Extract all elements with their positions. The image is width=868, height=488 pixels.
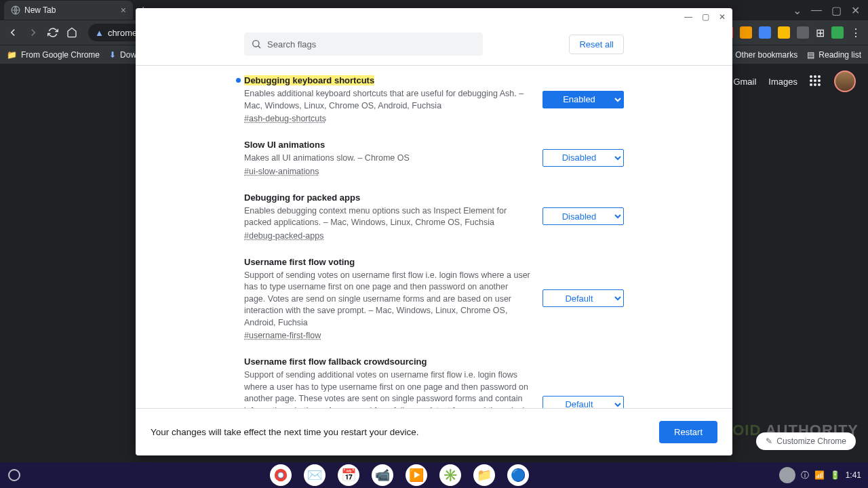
extension-icon[interactable] — [778, 26, 790, 39]
browser-tab[interactable]: New Tab × — [4, 1, 133, 20]
maximize-icon[interactable]: ▢ — [702, 12, 709, 22]
youtube-app-icon[interactable]: ▶️ — [406, 464, 427, 486]
download-icon: ⬇ — [109, 50, 116, 60]
flag-title: Debugging for packed apps — [244, 192, 530, 203]
extensions-puzzle-icon[interactable]: ⊞ — [816, 26, 825, 39]
flag-dropdown[interactable]: Default — [542, 396, 624, 409]
flag-anchor[interactable]: #ui-slow-animations — [244, 167, 530, 176]
close-icon[interactable]: × — [121, 5, 126, 16]
bookmark-item[interactable]: 📁 From Google Chrome — [7, 50, 100, 60]
window-controls: ⌄ — ▢ ✕ — [793, 4, 868, 17]
minimize-icon[interactable]: — — [684, 12, 692, 22]
tray-avatar[interactable] — [779, 467, 795, 483]
flag-dropdown[interactable]: Disabled — [542, 207, 624, 225]
flag-description: Enables additional keyboard shortcuts th… — [244, 88, 530, 112]
search-flags-input[interactable]: Search flags — [244, 33, 483, 56]
shelf-apps: ✉️ 📅 📹 ▶️ ✳️ 📁 🔵 — [270, 464, 529, 486]
customize-chrome-button[interactable]: ✎ Customize Chrome — [756, 432, 856, 450]
svg-point-1 — [253, 41, 259, 47]
restart-button[interactable]: Restart — [659, 421, 717, 443]
close-window-icon[interactable]: ✕ — [851, 4, 860, 17]
reset-all-button[interactable]: Reset all — [569, 35, 624, 54]
gmail-app-icon[interactable]: ✉️ — [304, 464, 326, 486]
extension-icon[interactable] — [740, 26, 752, 39]
flag-item: Debugging keyboard shortcutsEnables addi… — [244, 75, 624, 123]
avatar[interactable] — [834, 70, 856, 92]
flag-item: Username first flow fallback crowdsourci… — [244, 357, 624, 408]
home-button[interactable] — [66, 27, 77, 38]
flag-item: Slow UI animationsMakes all UI animation… — [244, 140, 624, 176]
warning-icon: ▲ — [95, 28, 104, 38]
close-icon[interactable]: ✕ — [719, 12, 726, 22]
extension-icon[interactable] — [759, 26, 771, 39]
extension-icon[interactable] — [831, 26, 844, 39]
notification-icon[interactable]: ⓘ — [801, 470, 809, 481]
extensions-area: ⊞ ⋮ — [721, 26, 861, 39]
browser-menu-icon[interactable]: ⋮ — [850, 26, 861, 39]
launcher-button[interactable] — [8, 469, 20, 481]
system-tray[interactable]: ⓘ 📶 🔋 1:41 — [779, 467, 868, 483]
flag-dropdown[interactable]: Default — [542, 289, 624, 307]
images-link[interactable]: Images — [768, 77, 797, 87]
app-icon[interactable]: 🔵 — [507, 464, 529, 486]
flag-title: Username first flow voting — [244, 257, 530, 267]
chevron-down-icon[interactable]: ⌄ — [793, 4, 802, 17]
wifi-icon: 📶 — [814, 470, 825, 480]
chrome-app-icon[interactable] — [270, 464, 292, 486]
pencil-icon: ✎ — [766, 436, 772, 446]
globe-icon — [11, 5, 20, 15]
flag-item: Debugging for packed appsEnables debuggi… — [244, 192, 624, 241]
folder-icon: 📁 — [7, 50, 17, 60]
files-app-icon[interactable]: 📁 — [473, 464, 495, 486]
forward-button[interactable] — [27, 26, 39, 39]
flag-description: Support of sending votes on username fir… — [244, 270, 530, 329]
apps-grid-icon[interactable] — [810, 75, 822, 87]
back-button[interactable] — [7, 26, 19, 39]
flag-title: Username first flow fallback crowdsourci… — [244, 357, 530, 367]
flag-description: Support of sending additional votes on u… — [244, 369, 530, 408]
reading-list[interactable]: ▤ Reading list — [807, 50, 861, 60]
meet-app-icon[interactable]: 📹 — [372, 464, 393, 486]
battery-icon: 🔋 — [830, 470, 840, 480]
tab-title: New Tab — [24, 5, 56, 15]
flag-title: Slow UI animations — [244, 140, 530, 150]
flag-anchor[interactable]: #username-first-flow — [244, 331, 530, 340]
flag-item: Username first flow votingSupport of sen… — [244, 257, 624, 341]
flag-description: Makes all UI animations slow. – Chrome O… — [244, 152, 530, 165]
flags-header: Search flags Reset all — [136, 26, 732, 66]
flags-footer: Your changes will take effect the next t… — [136, 408, 732, 455]
list-icon: ▤ — [807, 50, 814, 60]
maximize-icon[interactable]: ▢ — [831, 4, 842, 17]
shelf: ✉️ 📅 📹 ▶️ ✳️ 📁 🔵 ⓘ 📶 🔋 1:41 — [0, 462, 868, 488]
flag-dropdown[interactable]: Enabled — [542, 91, 624, 108]
flags-list: Debugging keyboard shortcutsEnables addi… — [136, 66, 732, 408]
flag-description: Enables debugging context menu options s… — [244, 205, 530, 229]
search-icon — [251, 39, 262, 49]
photos-app-icon[interactable]: ✳️ — [439, 464, 461, 486]
clock: 1:41 — [846, 470, 861, 480]
extension-icon[interactable] — [797, 26, 809, 39]
svg-point-4 — [279, 472, 283, 477]
flags-window: — ▢ ✕ Search flags Reset all Debugging k… — [136, 8, 732, 455]
other-bookmarks[interactable]: 📁 Other bookmarks — [721, 50, 797, 60]
flag-anchor[interactable]: #debug-packed-apps — [244, 231, 530, 241]
reload-button[interactable] — [47, 27, 58, 38]
restart-message: Your changes will take effect the next t… — [151, 427, 418, 437]
minimize-icon[interactable]: — — [811, 4, 822, 17]
window-titlebar: — ▢ ✕ — [136, 8, 732, 26]
flag-title: Debugging keyboard shortcuts — [244, 75, 530, 85]
address-bar[interactable]: ▲ chrome://fl — [88, 24, 142, 41]
flag-anchor[interactable]: #ash-debug-shortcuts — [244, 114, 530, 123]
gmail-link[interactable]: Gmail — [733, 77, 756, 87]
flag-dropdown[interactable]: Disabled — [542, 149, 624, 167]
calendar-app-icon[interactable]: 📅 — [338, 464, 359, 486]
